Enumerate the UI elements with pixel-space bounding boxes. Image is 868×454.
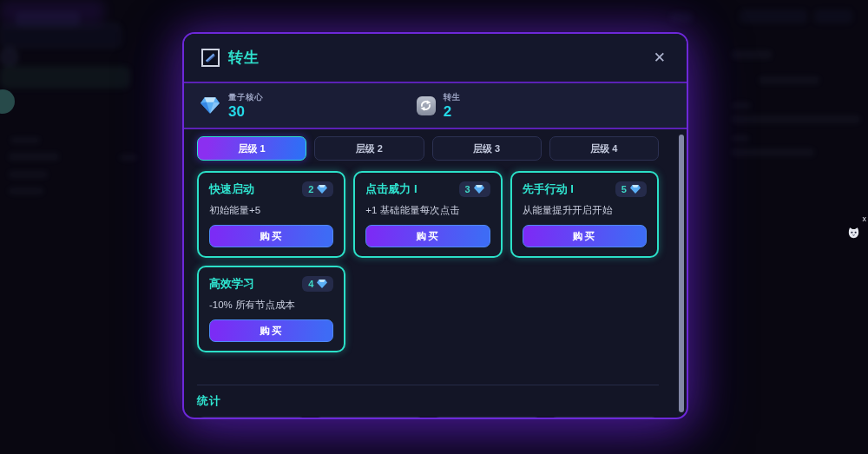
- close-icon[interactable]: ✕: [650, 49, 669, 67]
- tab-tier-1[interactable]: 层级 1: [197, 136, 306, 161]
- cost-badge: 4: [302, 276, 333, 292]
- cost-value: 2: [308, 184, 313, 194]
- stats-heading: 统计: [197, 393, 659, 409]
- stats-section: 统计 总核心数: 30 已解锁节点总数: 144 获得的总能量: 406M 最快…: [197, 385, 659, 418]
- cost-badge: 3: [459, 181, 490, 197]
- currency-bar: 量子核心 30 转生 2: [184, 83, 687, 129]
- diamond-icon: [317, 280, 327, 288]
- upgrade-title: 高效学习: [209, 276, 254, 292]
- upgrade-title: 快速启动: [209, 181, 254, 197]
- modal-body: 层级 1 层级 2 层级 3 层级 4 快速启动 2 初始能量+5: [184, 129, 687, 418]
- rebirth-chart-icon: [201, 49, 220, 67]
- diamond-icon: [317, 185, 327, 194]
- tab-tier-3[interactable]: 层级 3: [432, 136, 542, 161]
- cost-badge: 5: [615, 181, 647, 197]
- diamond-icon: [200, 95, 220, 116]
- currency-value: 2: [444, 103, 461, 120]
- upgrade-title: 先手行动 I: [523, 181, 574, 197]
- currency-quantum-cores: 量子核心 30: [200, 92, 417, 120]
- diamond-icon: [474, 185, 484, 194]
- buy-button[interactable]: 购买: [209, 225, 333, 247]
- cost-badge: 2: [302, 181, 333, 197]
- buy-button[interactable]: 购买: [365, 225, 490, 247]
- buy-button[interactable]: 购买: [209, 319, 333, 342]
- stat-total-cores: 总核心数: 30: [197, 417, 306, 418]
- cost-value: 3: [465, 184, 470, 194]
- scrollbar-thumb[interactable]: [679, 135, 684, 412]
- cost-value: 5: [621, 184, 627, 194]
- rebirth-modal: 转生 ✕ 量子核心 30: [182, 32, 688, 419]
- stat-fastest-clear: 最快通关: 9s: [549, 417, 659, 418]
- upgrade-title: 点击威力 I: [365, 181, 417, 197]
- upgrade-card-click-power: 点击威力 I 3 +1 基础能量每次点击 购买: [353, 171, 502, 258]
- tab-tier-4[interactable]: 层级 4: [549, 136, 659, 161]
- upgrade-card-first-move: 先手行动 I 5 从能量提升开启开始 购买: [510, 171, 659, 258]
- currency-value: 30: [228, 103, 263, 120]
- upgrade-description: 从能量提升开启开始: [523, 204, 647, 217]
- stat-total-energy: 获得的总能量: 406M: [432, 417, 542, 418]
- buy-button[interactable]: 购买: [523, 225, 647, 247]
- assistant-widget[interactable]: x: [844, 215, 866, 250]
- currency-label: 转生: [444, 92, 461, 103]
- cat-icon[interactable]: [846, 226, 861, 244]
- stat-nodes-unlocked: 已解锁节点总数: 144: [314, 417, 424, 418]
- upgrade-description: -10% 所有节点成本: [209, 299, 333, 312]
- rebirth-cycle-icon: [417, 96, 436, 115]
- upgrade-card-efficient-learning: 高效学习 4 -10% 所有节点成本 购买: [197, 266, 345, 352]
- upgrade-description: 初始能量+5: [209, 204, 333, 217]
- currency-label: 量子核心: [228, 92, 263, 103]
- modal-header: 转生 ✕: [184, 34, 687, 83]
- tab-tier-2[interactable]: 层级 2: [314, 136, 424, 161]
- upgrade-description: +1 基础能量每次点击: [365, 204, 490, 217]
- upgrade-cards: 快速启动 2 初始能量+5 购买 点击威力 I 3: [197, 171, 659, 352]
- stat-boxes: 总核心数: 30 已解锁节点总数: 144 获得的总能量: 406M 最快通关:…: [197, 417, 659, 418]
- modal-title: 转生: [228, 48, 260, 68]
- cost-value: 4: [308, 279, 313, 289]
- widget-close-icon[interactable]: x: [863, 215, 867, 223]
- tier-tabs: 层级 1 层级 2 层级 3 层级 4: [197, 136, 659, 161]
- currency-rebirths: 转生 2: [417, 92, 634, 120]
- upgrade-card-quick-start: 快速启动 2 初始能量+5 购买: [197, 171, 345, 258]
- diamond-icon: [630, 185, 641, 194]
